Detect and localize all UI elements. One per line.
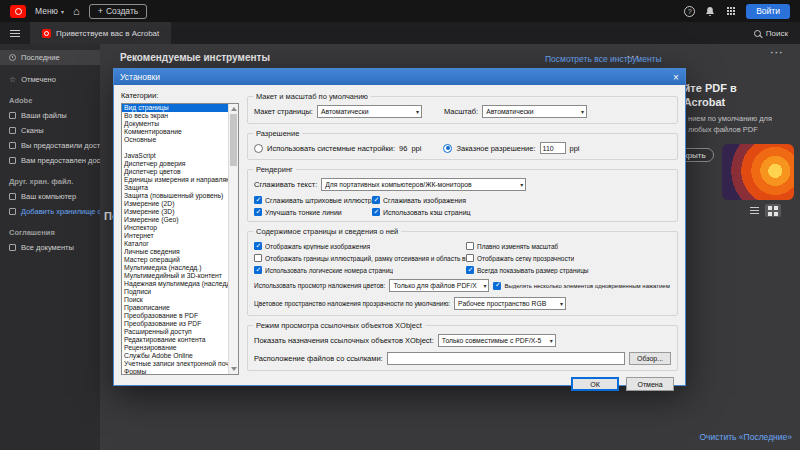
category-item[interactable]: Вид страницы [122, 104, 228, 112]
category-item[interactable]: Диспетчер цветов [122, 168, 228, 176]
sidebar-item-label: Последние [21, 53, 60, 62]
ok-button[interactable]: ОК [571, 377, 619, 391]
category-item[interactable]: Основные [122, 136, 228, 144]
sidebar-item-label: Вам предоставлен доступ [21, 156, 100, 165]
scrollbar-thumb[interactable] [230, 114, 237, 166]
category-item[interactable]: Мультимедиа (наследд.) [122, 264, 228, 272]
category-item[interactable]: Интернет [122, 232, 228, 240]
scanner-icon [9, 127, 16, 134]
category-item[interactable]: Личные сведения [122, 248, 228, 256]
signin-button[interactable]: Войти [746, 4, 790, 19]
category-item[interactable]: Преобразование в PDF [122, 312, 228, 320]
apps-grid-icon[interactable] [725, 5, 737, 17]
sidebar-item-label: Сканы [21, 126, 44, 135]
zoom-select[interactable]: Автоматически ▾ [482, 105, 587, 118]
scrollbar[interactable] [228, 104, 238, 374]
sidebar-item-shared-with-you[interactable]: Вам предоставлен доступ [0, 153, 100, 168]
location-input[interactable] [387, 352, 625, 365]
sidebar-section-agreements[interactable]: Соглашения [0, 226, 100, 240]
category-item[interactable]: Преобразование из PDF [122, 320, 228, 328]
close-icon[interactable]: × [667, 69, 685, 85]
checkbox-page-size[interactable]: Всегда показывать размер страницы [466, 266, 671, 274]
scroll-down-icon[interactable] [231, 367, 237, 371]
hamburger-menu-icon[interactable] [0, 33, 30, 34]
sidebar-add-storage-link[interactable]: Добавить хранилище фа [0, 204, 100, 219]
search-button[interactable]: Поиск [742, 29, 800, 38]
scroll-up-icon[interactable] [231, 107, 237, 111]
checkbox-smooth-images[interactable]: Сглаживать изображения [372, 196, 671, 204]
category-item[interactable]: Мастер операций [122, 256, 228, 264]
category-item[interactable]: Рецензирование [122, 344, 228, 352]
checkbox-page-cache[interactable]: Использовать кэш страниц [372, 208, 671, 216]
checkbox-enhance-thin-lines[interactable]: Улучшать тонкие линии [254, 208, 372, 216]
chevron-down-icon: ▾ [560, 300, 563, 307]
category-item[interactable]: Комментирование [122, 128, 228, 136]
menu-button[interactable]: Меню ▾ [35, 6, 64, 16]
sidebar-item-your-computer[interactable]: Ваш компьютер [0, 189, 100, 204]
help-icon[interactable]: ? [684, 6, 695, 17]
checkbox-shift-select[interactable]: Выделять несколько элементов одновременн… [493, 282, 671, 290]
categories-list: Вид страницыВо весь экранДокументыКоммен… [122, 104, 228, 374]
page-layout-select[interactable]: Автоматически ▾ [317, 105, 422, 118]
browse-button[interactable]: Обзор... [629, 352, 671, 365]
sidebar-section-adobe[interactable]: Adobe [0, 94, 100, 108]
category-item[interactable]: Инспектор [122, 224, 228, 232]
category-item[interactable]: Формы [122, 368, 228, 375]
sidebar-item-label: Отмечено [21, 75, 56, 84]
colorspace-select[interactable]: Рабочее пространство RGB ▾ [454, 297, 566, 310]
category-item[interactable]: Службы Adobe Online [122, 352, 228, 360]
category-item[interactable]: Измерение (2D) [122, 200, 228, 208]
dialog-titlebar[interactable]: Установки × [114, 69, 685, 85]
custom-resolution-radio[interactable] [443, 144, 452, 153]
smooth-text-select[interactable]: Для портативных компьютеров/ЖК-мониторов… [321, 178, 526, 191]
category-item[interactable]: JavaScript [122, 152, 228, 160]
category-item[interactable]: Измерение (3D) [122, 208, 228, 216]
checkbox-large-images[interactable]: Отображать крупные изображения [254, 242, 466, 250]
create-button[interactable]: + Создать [89, 4, 148, 19]
category-item[interactable]: Диспетчер доверия [122, 160, 228, 168]
sidebar-item-your-files[interactable]: Ваши файлы [0, 108, 100, 123]
tab-welcome[interactable]: Приветствуем вас в Acrobat [30, 22, 171, 44]
category-item[interactable]: Мультимедийный и 3D-контент [122, 272, 228, 280]
checkbox-box [466, 266, 474, 274]
category-item[interactable]: Единицы измерения и направляющие [122, 176, 228, 184]
checkbox-box [254, 266, 262, 274]
category-item[interactable]: Защита (повышенный уровень) [122, 192, 228, 200]
sidebar-item-shared-by-you[interactable]: Вы предоставили доступ [0, 138, 100, 153]
sidebar-item-starred[interactable]: ☆ Отмечено [0, 72, 100, 87]
category-item[interactable]: Измерение (Geo) [122, 216, 228, 224]
category-item[interactable]: Поиск [122, 296, 228, 304]
sidebar-item-recent[interactable]: Последние [0, 50, 100, 65]
category-item[interactable]: Учетные записи электронной почты [122, 360, 228, 368]
checkbox-logical-page-numbers[interactable]: Использовать логические номера страниц [254, 266, 466, 274]
checkbox-art-trim-bleed-boxes[interactable]: Отображать границы иллюстраций, рамку от… [254, 254, 466, 262]
checkbox-smooth-zoom[interactable]: Плавно изменять масштаб [466, 242, 671, 250]
categories-column: Категории: Вид страницыВо весь экранДоку… [121, 90, 239, 378]
category-item[interactable]: Подписи [122, 288, 228, 296]
category-item[interactable]: Документы [122, 120, 228, 128]
promo-menu-icon[interactable]: ··· [771, 49, 785, 58]
category-item[interactable]: Редактирование контента [122, 336, 228, 344]
category-item[interactable]: Защита [122, 184, 228, 192]
cancel-button[interactable]: Отмена [626, 377, 674, 391]
category-item[interactable]: Во весь экран [122, 112, 228, 120]
custom-resolution-input[interactable]: 110 [540, 142, 566, 154]
sidebar-item-all-documents[interactable]: Все документы [0, 240, 100, 255]
checkbox-smooth-line-art[interactable]: Сглаживать штриховые иллюстрации [254, 196, 372, 204]
checkbox-box [372, 196, 380, 204]
category-item[interactable]: Надежная мультимедиа (наследд.) [122, 280, 228, 288]
category-item[interactable]: Правописание [122, 304, 228, 312]
sidebar-section-other-storage[interactable]: Друг. хран. файл. [0, 175, 100, 189]
overprint-select[interactable]: Только для файлов PDF/X ▾ [389, 279, 489, 292]
clear-recent-link[interactable]: Очистить «Последние» [699, 432, 792, 442]
xobject-destination-select[interactable]: Только совместимые с PDF/X-5 ▾ [438, 334, 556, 347]
checkbox-transparency-grid[interactable]: Отображать сетку прозрачности [466, 254, 671, 262]
system-resolution-radio[interactable] [254, 144, 263, 153]
home-icon[interactable]: ⌂ [73, 6, 80, 17]
category-item[interactable]: Каталог [122, 240, 228, 248]
categories-label: Категории: [121, 91, 239, 100]
sidebar-item-scans[interactable]: Сканы [0, 123, 100, 138]
bell-icon[interactable] [704, 5, 716, 17]
tab-title: Приветствуем вас в Acrobat [56, 29, 159, 38]
category-item[interactable]: Расширенный доступ [122, 328, 228, 336]
